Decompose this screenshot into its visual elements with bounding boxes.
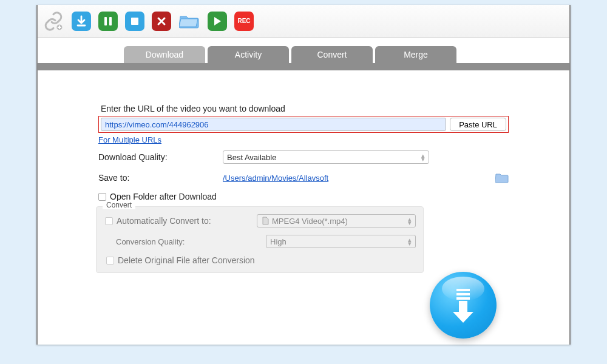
convert-legend: Convert	[103, 201, 135, 209]
auto-convert-label: Automatically Convert to:	[117, 216, 211, 226]
delete-original-row: Delete Original File after Conversion	[105, 255, 416, 265]
download-panel: Enter the URL of the video you want to d…	[38, 70, 569, 285]
file-icon	[261, 217, 270, 225]
svg-rect-2	[109, 17, 112, 25]
convert-format-value: MPEG4 Video(*.mp4)	[272, 217, 348, 226]
delete-original-checkbox[interactable]	[106, 257, 114, 265]
svg-rect-7	[459, 301, 467, 312]
stepper-icon: ▴▾	[408, 217, 412, 224]
svg-rect-4	[456, 289, 470, 291]
url-input[interactable]	[101, 118, 446, 131]
stop-button[interactable]	[125, 12, 144, 31]
auto-convert-checkbox[interactable]	[105, 217, 113, 225]
tab-bar-divider	[38, 63, 569, 70]
download-quality-value: Best Available	[227, 153, 276, 162]
conversion-quality-value: High	[270, 237, 287, 246]
tabs: Download Activity Convert Merge	[38, 46, 569, 63]
tab-merge[interactable]: Merge	[375, 46, 456, 63]
tab-convert[interactable]: Convert	[291, 46, 373, 63]
tab-download[interactable]: Download	[124, 46, 205, 63]
open-folder-row: Open Folder after Download	[98, 192, 509, 201]
download-quality-label: Download Quality:	[98, 152, 223, 162]
convert-format-select[interactable]: MPEG4 Video(*.mp4) ▴▾	[257, 214, 416, 228]
pause-button[interactable]	[98, 12, 118, 31]
save-to-label: Save to:	[98, 173, 223, 183]
url-group: Paste URL	[98, 116, 509, 133]
conversion-quality-label: Conversion Quality:	[105, 237, 266, 246]
convert-fieldset: Convert Automatically Convert to: MPEG4 …	[96, 206, 424, 273]
svg-rect-3	[131, 18, 138, 25]
multi-urls-link[interactable]: For Multiple URLs	[98, 135, 161, 144]
svg-rect-6	[456, 297, 470, 300]
open-folder-label: Open Folder after Download	[110, 192, 217, 201]
tab-activity[interactable]: Activity	[208, 46, 289, 63]
play-button[interactable]	[208, 12, 227, 31]
stepper-icon: ▴▾	[421, 153, 425, 161]
add-link-button[interactable]	[42, 10, 64, 32]
record-button[interactable]: REC	[234, 12, 254, 31]
app-window: REC Download Activity Convert Merge Ente…	[36, 5, 571, 345]
open-folder-checkbox[interactable]	[98, 193, 106, 201]
stepper-icon: ▴▾	[408, 238, 412, 245]
open-folder-button[interactable]	[178, 12, 200, 31]
browse-folder-button[interactable]	[495, 172, 509, 183]
url-prompt-label: Enter the URL of the video you want to d…	[98, 104, 509, 113]
paste-url-button[interactable]: Paste URL	[450, 118, 506, 131]
toolbar: REC	[38, 5, 569, 38]
svg-rect-1	[104, 17, 107, 25]
svg-rect-5	[456, 293, 470, 295]
cancel-button[interactable]	[152, 12, 171, 31]
start-download-button[interactable]	[430, 272, 497, 339]
delete-original-label: Delete Original File after Conversion	[118, 255, 255, 265]
save-path-link[interactable]: /Users/admin/Movies/Allavsoft	[223, 174, 492, 183]
conversion-quality-select[interactable]: High ▴▾	[266, 235, 416, 248]
download-button[interactable]	[72, 12, 91, 31]
download-quality-select[interactable]: Best Available ▴▾	[223, 150, 429, 164]
